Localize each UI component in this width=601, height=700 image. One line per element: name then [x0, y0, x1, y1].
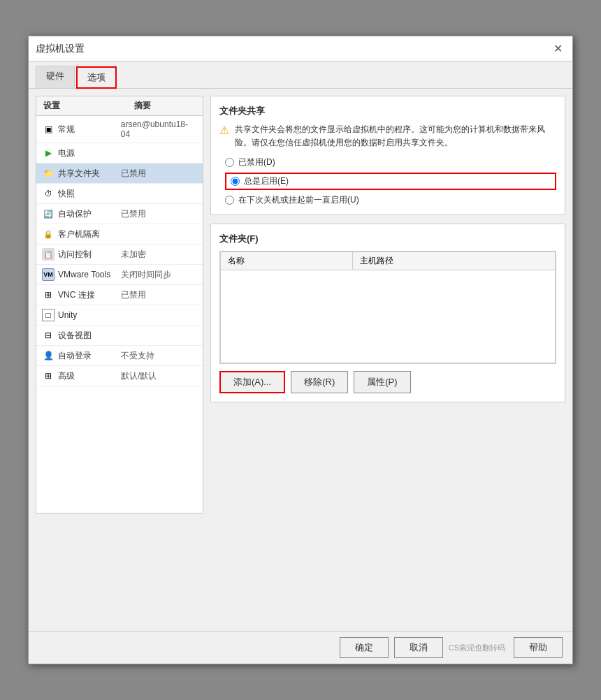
radio-always-on[interactable]: 总是启用(E)	[225, 173, 556, 190]
sidebar-item-vmware-tools[interactable]: VM VMware Tools 关闭时间同步	[36, 265, 203, 285]
sidebar-item-advanced[interactable]: ⊞ 高级 默认/默认	[36, 366, 203, 386]
general-value: arsen@ubuntu18-04	[121, 119, 197, 139]
folder-sharing-title: 文件夹共享	[219, 105, 556, 117]
radio-always-on-input[interactable]	[231, 177, 240, 186]
advanced-icon: ⊞	[42, 370, 55, 382]
warning-icon: ⚠	[219, 124, 229, 150]
folder-sharing-section: 文件夹共享 ⚠ 共享文件夹会将您的文件显示给虚拟机中的程序。这可能为您的计算机和…	[210, 96, 565, 215]
sidebar-item-power[interactable]: ▶ 电源	[36, 143, 203, 163]
access-control-value: 未加密	[121, 249, 146, 261]
unity-label: Unity	[58, 310, 121, 320]
cancel-button[interactable]: 取消	[394, 637, 443, 658]
radio-group-sharing: 已禁用(D) 总是启用(E) 在下次关机或挂起前一直启用(U)	[219, 156, 556, 206]
col-summary: 摘要	[127, 96, 158, 115]
general-icon: ▣	[42, 123, 55, 136]
auto-protect-value: 已禁用	[121, 208, 146, 220]
shared-folders-value: 已禁用	[121, 168, 146, 180]
radio-until-poweroff-input[interactable]	[225, 196, 234, 205]
sidebar-item-auto-login[interactable]: 👤 自动登录 不受支持	[36, 346, 203, 366]
files-section: 文件夹(F) 名称 主机路径	[210, 224, 565, 402]
guest-isolation-icon: 🔒	[42, 228, 55, 240]
sidebar-item-guest-isolation[interactable]: 🔒 客户机隔离	[36, 224, 203, 245]
sidebar-item-device-view[interactable]: ⊟ 设备视图	[36, 326, 203, 346]
col-settings: 设置	[36, 96, 127, 115]
snapshots-icon: ⏱	[42, 187, 55, 200]
files-table: 名称 主机路径	[220, 251, 556, 363]
sidebar-item-access-control[interactable]: 📋 访问控制 未加密	[36, 245, 203, 265]
col-host-path: 主机路径	[353, 252, 556, 270]
sidebar-item-shared-folders[interactable]: 📁 共享文件夹 已禁用	[36, 163, 203, 184]
radio-until-poweroff[interactable]: 在下次关机或挂起前一直启用(U)	[225, 194, 556, 206]
sidebar-item-unity[interactable]: □ Unity	[36, 305, 203, 326]
device-view-label: 设备视图	[58, 330, 121, 342]
vmware-tools-label: VMware Tools	[58, 270, 121, 279]
auto-protect-icon: 🔄	[42, 207, 55, 220]
tab-options[interactable]: 选项	[76, 66, 117, 89]
general-label: 常规	[58, 124, 121, 136]
confirm-button[interactable]: 确定	[340, 637, 389, 658]
left-panel-header: 设置 摘要	[36, 96, 203, 116]
device-view-icon: ⊟	[42, 329, 55, 342]
radio-disabled[interactable]: 已禁用(D)	[225, 156, 556, 168]
watermark-text: CS索泥也翻转码	[449, 643, 505, 653]
sidebar-item-vnc[interactable]: ⊞ VNC 连接 已禁用	[36, 285, 203, 305]
remove-button[interactable]: 移除(R)	[291, 371, 348, 393]
vm-settings-dialog: 虚拟机设置 ✕ 硬件 选项 设置 摘要 ▣ 常规 arsen@ubuntu18-…	[28, 36, 573, 664]
snapshots-label: 快照	[58, 188, 121, 200]
right-panel: 文件夹共享 ⚠ 共享文件夹会将您的文件显示给虚拟机中的程序。这可能为您的计算机和…	[210, 96, 565, 513]
title-bar: 虚拟机设置 ✕	[29, 36, 572, 61]
add-button[interactable]: 添加(A)...	[219, 371, 285, 393]
access-control-label: 访问控制	[58, 249, 121, 261]
vmware-tools-icon: VM	[42, 268, 55, 281]
guest-isolation-label: 客户机隔离	[58, 228, 121, 240]
vnc-icon: ⊞	[42, 289, 55, 301]
vmware-tools-value: 关闭时间同步	[121, 269, 171, 281]
radio-disabled-input[interactable]	[225, 158, 234, 167]
warning-text: 共享文件夹会将您的文件显示给虚拟机中的程序。这可能为您的计算机和数据带来风险。请…	[235, 123, 556, 150]
files-table-wrapper: 名称 主机路径	[219, 251, 556, 364]
advanced-value: 默认/默认	[121, 370, 157, 382]
vnc-value: 已禁用	[121, 289, 146, 301]
tabs-bar: 硬件 选项	[29, 61, 572, 89]
left-panel: 设置 摘要 ▣ 常规 arsen@ubuntu18-04 ▶ 电源 📁 共享文件…	[36, 96, 203, 513]
auto-protect-label: 自动保护	[58, 208, 121, 220]
auto-login-label: 自动登录	[58, 350, 121, 362]
power-label: 电源	[58, 147, 121, 159]
auto-login-icon: 👤	[42, 349, 55, 362]
spacer	[29, 520, 572, 631]
files-title: 文件夹(F)	[219, 233, 556, 245]
main-content: 设置 摘要 ▣ 常规 arsen@ubuntu18-04 ▶ 电源 📁 共享文件…	[29, 89, 572, 520]
files-buttons: 添加(A)... 移除(R) 属性(P)	[219, 371, 556, 393]
auto-login-value: 不受支持	[121, 350, 154, 362]
vnc-label: VNC 连接	[58, 289, 121, 301]
sidebar-item-auto-protect[interactable]: 🔄 自动保护 已禁用	[36, 204, 203, 224]
close-button[interactable]: ✕	[550, 41, 565, 57]
tab-hardware[interactable]: 硬件	[36, 66, 75, 88]
properties-button[interactable]: 属性(P)	[354, 371, 410, 393]
access-control-icon: 📋	[42, 248, 55, 261]
advanced-label: 高级	[58, 370, 121, 382]
col-name: 名称	[221, 252, 353, 270]
shared-folders-icon: 📁	[42, 167, 55, 180]
sidebar-item-snapshots[interactable]: ⏱ 快照	[36, 184, 203, 204]
files-table-body	[221, 270, 556, 363]
sidebar-item-general[interactable]: ▣ 常规 arsen@ubuntu18-04	[36, 116, 203, 143]
dialog-title: 虚拟机设置	[36, 43, 85, 55]
power-icon: ▶	[42, 147, 55, 159]
bottom-bar: 确定 取消 CS索泥也翻转码 帮助	[29, 631, 572, 664]
shared-folders-label: 共享文件夹	[58, 168, 121, 180]
warning-row: ⚠ 共享文件夹会将您的文件显示给虚拟机中的程序。这可能为您的计算机和数据带来风险…	[219, 123, 556, 150]
help-button[interactable]: 帮助	[514, 637, 563, 658]
unity-icon: □	[42, 309, 55, 321]
